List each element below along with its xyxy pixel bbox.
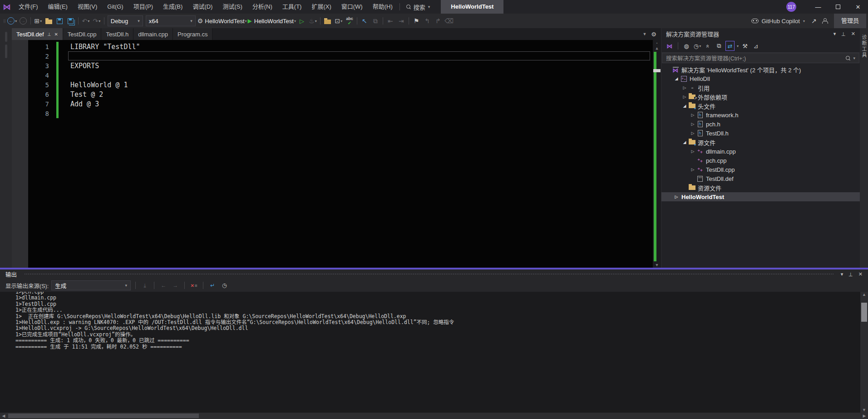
code-line[interactable]: 1LIBRARY "TestDll" bbox=[28, 42, 653, 51]
increase-indent-button[interactable]: ⇥ bbox=[396, 15, 406, 26]
pin-icon[interactable]: ⊤ bbox=[841, 31, 846, 37]
tab-testdll-cpp[interactable]: TestDll.cpp bbox=[63, 28, 102, 40]
wrench-icon[interactable]: ⚒ bbox=[740, 41, 750, 51]
new-project-button[interactable]: ⊞▾ bbox=[33, 15, 43, 26]
menu-item-8[interactable]: 测试(S) bbox=[217, 0, 247, 14]
scrollbar-thumb[interactable] bbox=[861, 303, 867, 322]
scroll-right-icon[interactable]: ▶ bbox=[861, 414, 868, 418]
tree-item-dllmain.cpp[interactable]: ▷⁺₊dllmain.cpp bbox=[661, 147, 860, 156]
scroll-up-icon[interactable]: ▲ bbox=[656, 45, 658, 51]
hot-reload-button[interactable]: ♨▾ bbox=[308, 15, 318, 26]
menu-item-13[interactable]: 帮助(H) bbox=[368, 0, 398, 14]
expand-icon[interactable]: ▷ bbox=[690, 113, 696, 117]
menu-item-1[interactable]: 文件(F) bbox=[14, 0, 43, 14]
output-vertical-scrollbar[interactable]: ▲ ▼ bbox=[860, 292, 868, 413]
startup-project-combo[interactable]: ⚙ HelloWorldTest▾ bbox=[197, 15, 247, 26]
expand-icon[interactable]: ▷ bbox=[673, 195, 680, 199]
minimize-button[interactable]: — bbox=[808, 0, 828, 14]
decrease-indent-button[interactable]: ⇤ bbox=[385, 15, 395, 26]
code-editor[interactable]: 1LIBRARY "TestDll"23EXPORTS45HelloWorld … bbox=[12, 40, 661, 268]
tab-testdll-def[interactable]: TestDll.def⊤✕ bbox=[12, 28, 63, 40]
solution-explorer-header[interactable]: 解决方案资源管理器 ▾ ⊤ ✕ bbox=[661, 28, 860, 40]
copy-button[interactable]: ⧉ bbox=[370, 15, 380, 26]
code-line[interactable]: 7Add @ 3 bbox=[28, 99, 653, 109]
attach-to-process-button[interactable]: ↖ bbox=[360, 15, 370, 26]
tree-item-framework.h[interactable]: ▷hframework.h bbox=[661, 110, 860, 120]
menu-item-4[interactable]: Git(G) bbox=[102, 0, 128, 14]
active-document-title[interactable]: HelloWorldTest bbox=[441, 0, 503, 14]
menu-item-9[interactable]: 分析(N) bbox=[247, 0, 277, 14]
restore-button[interactable] bbox=[828, 0, 848, 14]
tab-dllmain-cpp[interactable]: dllmain.cpp bbox=[133, 28, 173, 40]
collapse-all-icon[interactable]: « bbox=[704, 41, 713, 51]
previous-message-icon[interactable]: ← bbox=[159, 280, 168, 290]
breakpoint-margin[interactable] bbox=[12, 40, 28, 268]
toolbar-grip[interactable]: ⣿ bbox=[3, 19, 5, 23]
expand-icon[interactable]: ▷ bbox=[690, 122, 696, 126]
navigate-forward-button[interactable]: → bbox=[18, 15, 28, 26]
toggle-bookmark-button[interactable]: ⚑ bbox=[411, 15, 421, 26]
close-icon[interactable]: ✕ bbox=[858, 271, 863, 277]
expand-icon[interactable]: ▷ bbox=[681, 85, 688, 90]
close-button[interactable]: ✕ bbox=[848, 0, 868, 14]
code-line[interactable]: 3EXPORTS bbox=[28, 61, 653, 70]
tree-item-pch.h[interactable]: ▷hpch.h bbox=[661, 120, 860, 129]
tree-item--[interactable]: 资源文件 bbox=[661, 183, 860, 192]
menu-item-6[interactable]: 生成(B) bbox=[158, 0, 187, 14]
tree-item-testdll.cpp[interactable]: ▷⁺₊TestDll.cpp bbox=[661, 165, 860, 174]
next-bookmark-button[interactable]: ↱ bbox=[433, 15, 443, 26]
properties-icon[interactable]: ⧉ bbox=[715, 41, 724, 51]
pending-changes-filter-icon[interactable]: ◷▾ bbox=[693, 41, 702, 51]
code-line[interactable]: 2 bbox=[28, 51, 653, 61]
menu-item-10[interactable]: 工具(T) bbox=[277, 0, 307, 14]
tree-item-testdll.def[interactable]: ≡≡TestDll.def bbox=[661, 174, 860, 183]
expand-icon[interactable]: ▷ bbox=[690, 131, 696, 135]
switch-views-icon[interactable]: ⋈ bbox=[665, 41, 674, 51]
menu-item-5[interactable]: 项目(P) bbox=[128, 0, 158, 14]
left-dock-tab[interactable] bbox=[5, 32, 7, 42]
output-horizontal-scrollbar[interactable]: ◀ ▶ bbox=[0, 413, 868, 419]
clear-bookmarks-button[interactable]: ⌫ bbox=[444, 15, 454, 26]
tree-item-testdll.h[interactable]: ▷hTestDll.h bbox=[661, 129, 860, 138]
panel-drag-grip[interactable] bbox=[24, 273, 833, 275]
code-line[interactable]: 8 bbox=[28, 109, 653, 118]
window-position-icon[interactable]: ▾ bbox=[833, 31, 836, 37]
tab-testdll-h[interactable]: TestDll.h bbox=[101, 28, 133, 40]
timestamp-icon[interactable]: ◷ bbox=[220, 280, 229, 290]
collapse-icon[interactable]: ◢ bbox=[681, 140, 688, 145]
build-output-log[interactable]: 1>pch.cpp1>dllmain.cpp1>TestDll.cpp1>正在生… bbox=[0, 292, 860, 413]
redo-button[interactable]: ↷▾ bbox=[92, 15, 102, 26]
code-line[interactable]: 6Test @ 2 bbox=[28, 90, 653, 99]
tab-program-cs[interactable]: Program.cs bbox=[173, 28, 212, 40]
tree-item-pch.cpp[interactable]: ⁺₊pch.cpp bbox=[661, 156, 860, 165]
menu-item-12[interactable]: 窗口(W) bbox=[336, 0, 368, 14]
solution-search-input[interactable]: 搜索解决方案资源管理器(Ctrl+;) ▾ bbox=[662, 53, 859, 63]
clear-all-icon[interactable]: ✕≡ bbox=[189, 280, 198, 290]
collapse-icon[interactable]: ◢ bbox=[673, 76, 680, 81]
scrollbar-thumb[interactable] bbox=[8, 414, 199, 418]
configuration-combo[interactable]: Debug▾ bbox=[108, 15, 143, 26]
diagnostic-tools-tab[interactable]: 诊断工具 bbox=[860, 35, 868, 58]
output-header[interactable]: 输出 ▾ ⊤ ✕ bbox=[0, 269, 868, 279]
scroll-down-icon[interactable]: ▼ bbox=[656, 262, 658, 268]
pin-icon[interactable]: ⊤ bbox=[47, 32, 51, 37]
find-panel-button[interactable]: ⊡▾ bbox=[334, 15, 344, 26]
open-file-button[interactable] bbox=[44, 15, 54, 26]
scroll-down-icon[interactable]: ▼ bbox=[862, 407, 866, 413]
search-box[interactable]: 搜索 ▾ bbox=[402, 3, 435, 11]
expand-icon[interactable]: ▷ bbox=[690, 149, 696, 154]
code-line[interactable]: 4 bbox=[28, 70, 653, 80]
tree-item--[interactable]: ▷外部依赖项 bbox=[661, 92, 860, 101]
editor-vertical-scrollbar[interactable]: ⹀ ▲ ▼ bbox=[653, 40, 661, 268]
chevron-down-icon[interactable]: ▾ bbox=[737, 44, 739, 48]
output-source-combo[interactable]: 生成▾ bbox=[51, 280, 131, 290]
close-icon[interactable]: ✕ bbox=[54, 32, 58, 37]
collapse-icon[interactable]: ◢ bbox=[681, 104, 688, 108]
menu-item-11[interactable]: 扩展(X) bbox=[306, 0, 336, 14]
send-feedback-button[interactable]: ↗ bbox=[809, 15, 819, 26]
user-avatar[interactable]: 117 bbox=[786, 2, 796, 12]
spell-check-button[interactable]: abc✓ bbox=[345, 15, 355, 26]
start-debugging-button[interactable]: ▶HelloWorldTest▾ bbox=[248, 15, 296, 26]
tree-item-helloworldtest[interactable]: ▷HelloWorldTest bbox=[661, 192, 860, 201]
tree-item--[interactable]: ▷▫▫引用 bbox=[661, 83, 860, 92]
